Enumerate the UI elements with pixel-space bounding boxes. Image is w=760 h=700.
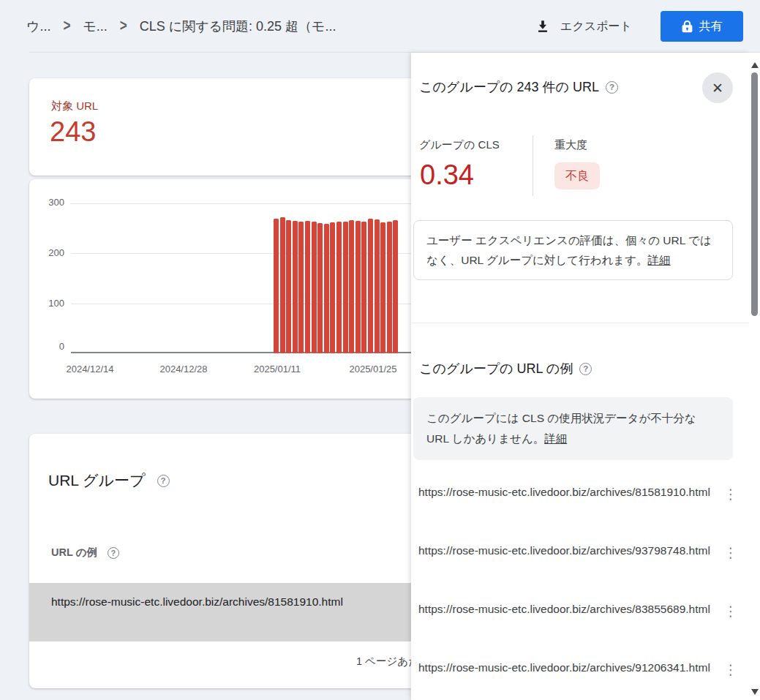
- x-axis-tick: 2025/01/25: [333, 364, 413, 375]
- x-axis-tick: 2025/01/11: [237, 364, 317, 375]
- breadcrumb-item-web-vitals[interactable]: ウ...: [26, 18, 50, 35]
- url-group-row-url[interactable]: https://rose-music-etc.livedoor.biz/arch…: [51, 592, 401, 612]
- breadcrumb-item-mobile[interactable]: モ...: [83, 18, 107, 35]
- share-button[interactable]: 共有: [661, 11, 743, 42]
- chart-bar: [355, 221, 361, 353]
- scrollbar-thumb[interactable]: [751, 72, 758, 316]
- chart-bar: [298, 222, 304, 353]
- chart-bar: [305, 221, 310, 353]
- panel-url-list: https://rose-music-etc.livedoor.biz/arch…: [411, 53, 749, 700]
- url-example-column-header: URL の例: [51, 546, 97, 560]
- chart-bar: [380, 222, 385, 353]
- example-url-link[interactable]: https://rose-music-etc.livedoor.biz/arch…: [418, 658, 726, 677]
- breadcrumb-item-current: CLS に関する問題: 0.25 超（モ...: [140, 18, 336, 35]
- kebab-menu-icon[interactable]: ⋮: [722, 660, 740, 680]
- lock-icon: [682, 20, 693, 33]
- chart-bar: [343, 222, 348, 353]
- metric-value: 243: [50, 116, 96, 148]
- chart-bar: [336, 222, 342, 353]
- example-url-link[interactable]: https://rose-music-etc.livedoor.biz/arch…: [418, 600, 726, 618]
- chart-bar: [393, 220, 398, 353]
- chart-bar: [312, 222, 317, 353]
- example-url-link[interactable]: https://rose-music-etc.livedoor.biz/arch…: [418, 483, 726, 501]
- chart-bar: [324, 224, 329, 353]
- chart-bar: [330, 222, 335, 353]
- scrollbar-up-arrow[interactable]: [751, 62, 759, 68]
- chart-bar: [317, 223, 323, 353]
- scrollbar-down-arrow[interactable]: [751, 689, 759, 695]
- chevron-right-icon: >: [63, 18, 70, 36]
- chevron-right-icon: >: [120, 18, 127, 36]
- top-bar: ウ... > モ... > CLS に関する問題: 0.25 超（モ... エク…: [0, 0, 760, 53]
- chart-bar: [286, 220, 291, 353]
- breadcrumb: ウ... > モ... > CLS に関する問題: 0.25 超（モ...: [26, 0, 336, 53]
- chart-bar: [387, 222, 392, 353]
- x-axis-tick: 2024/12/28: [143, 364, 224, 375]
- url-group-details-panel: このグループの 243 件の URL ? ✕ グループの CLS 0.34 重大…: [411, 53, 749, 700]
- help-icon[interactable]: ?: [108, 547, 119, 559]
- metric-label: 対象 URL: [51, 99, 98, 113]
- help-icon[interactable]: ?: [157, 475, 170, 487]
- share-button-label: 共有: [699, 19, 723, 34]
- chart-bar: [349, 220, 354, 353]
- chart-bar: [361, 222, 366, 353]
- url-list-item: https://rose-music-etc.livedoor.biz/arch…: [418, 483, 744, 501]
- export-label: エクスポート: [560, 19, 632, 34]
- export-button[interactable]: エクスポート: [535, 0, 632, 53]
- kebab-menu-icon[interactable]: ⋮: [722, 543, 740, 563]
- kebab-menu-icon[interactable]: ⋮: [722, 484, 740, 505]
- chart-bar: [293, 221, 298, 353]
- url-list-item: https://rose-music-etc.livedoor.biz/arch…: [418, 600, 744, 618]
- url-list-item: https://rose-music-etc.livedoor.biz/arch…: [418, 658, 744, 677]
- chart-bar: [274, 219, 279, 353]
- chart-bar: [375, 219, 380, 353]
- panel-scrollbar[interactable]: [749, 53, 760, 700]
- url-group-title: URL グループ: [48, 470, 146, 491]
- kebab-menu-icon[interactable]: ⋮: [722, 601, 740, 622]
- download-icon: [535, 18, 551, 34]
- chart-bar: [280, 217, 285, 353]
- chart-bar: [368, 219, 373, 353]
- url-list-item: https://rose-music-etc.livedoor.biz/arch…: [418, 541, 744, 560]
- example-url-link[interactable]: https://rose-music-etc.livedoor.biz/arch…: [418, 541, 726, 560]
- x-axis-tick: 2024/12/14: [50, 364, 130, 375]
